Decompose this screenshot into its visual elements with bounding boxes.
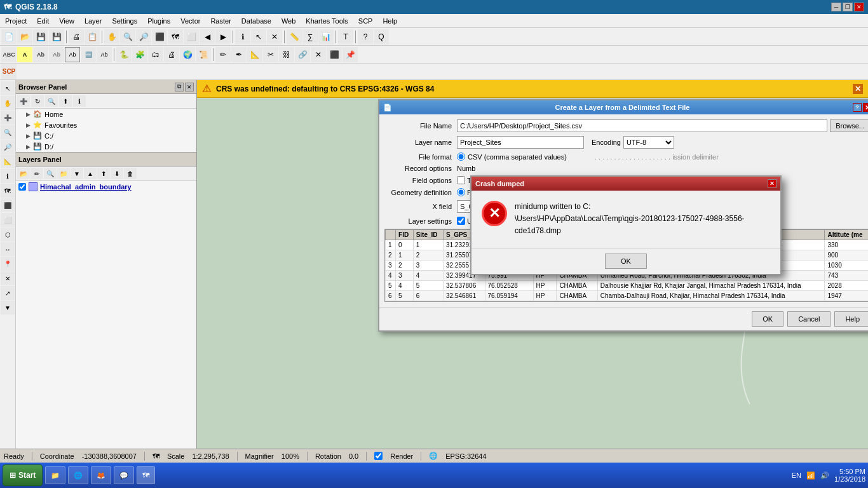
digitize-8[interactable]: ⬛ bbox=[327, 47, 342, 62]
lv-tool-16[interactable]: ▼ bbox=[1, 301, 15, 315]
menu-database[interactable]: Database bbox=[236, 14, 276, 27]
lv-tool-4[interactable]: 🔍 bbox=[1, 125, 15, 139]
menu-help[interactable]: Help bbox=[377, 14, 402, 27]
digitize-5[interactable]: ⛓ bbox=[279, 47, 294, 62]
label-tool-5[interactable]: Ab bbox=[65, 47, 80, 62]
layer-item-himachal[interactable]: Himachal_admin_boundary bbox=[16, 181, 196, 193]
lv-tool-13[interactable]: 📍 bbox=[1, 257, 15, 271]
browser-panel-float[interactable]: ⧉ bbox=[175, 83, 184, 92]
spatial-index-checkbox[interactable] bbox=[457, 217, 465, 225]
digitize-6[interactable]: 🔗 bbox=[295, 47, 310, 62]
crash-ok-button[interactable]: OK bbox=[605, 254, 647, 269]
digitize-2[interactable]: ✒ bbox=[231, 47, 247, 62]
create-layer-help-button[interactable]: Help bbox=[834, 311, 868, 327]
taskbar-skype[interactable]: 💬 bbox=[114, 466, 134, 484]
label-tool-6[interactable]: 🔤 bbox=[81, 47, 96, 62]
digitize-7[interactable]: ✕ bbox=[311, 47, 326, 62]
lv-tool-10[interactable]: ⬜ bbox=[1, 213, 15, 227]
browser-collapse-btn[interactable]: ⬆ bbox=[59, 95, 72, 107]
save-project-button[interactable]: 💾 bbox=[33, 29, 48, 44]
taskbar-explorer[interactable]: 📁 bbox=[45, 466, 65, 484]
create-layer-cancel-button[interactable]: Cancel bbox=[787, 311, 831, 327]
browse-button[interactable]: Browse... bbox=[830, 119, 868, 132]
lv-tool-9[interactable]: ⬛ bbox=[1, 198, 15, 212]
crash-dialog-close[interactable]: ✕ bbox=[768, 179, 776, 188]
measure-button[interactable]: 📏 bbox=[287, 29, 302, 44]
layer-name-input[interactable] bbox=[457, 136, 584, 149]
statistics-button[interactable]: 📊 bbox=[318, 29, 334, 44]
help-button[interactable]: ? bbox=[358, 29, 373, 44]
browser-item-d[interactable]: ▶ 💾 D:/ bbox=[16, 141, 196, 152]
digitize-3[interactable]: 📐 bbox=[247, 47, 262, 62]
digitize-4[interactable]: ✂ bbox=[263, 47, 278, 62]
plugin-button[interactable]: 🧩 bbox=[132, 47, 147, 62]
taskbar-qgis[interactable]: 🗺 bbox=[137, 466, 155, 484]
label-tool-3[interactable]: Ab bbox=[33, 47, 48, 62]
crs-close-button[interactable]: ✕ bbox=[853, 84, 863, 94]
lv-tool-1[interactable]: ↖ bbox=[1, 81, 15, 95]
taskbar-chrome[interactable]: 🌐 bbox=[68, 466, 88, 484]
zoom-layer-button[interactable]: 🗺 bbox=[168, 29, 183, 44]
lv-tool-3[interactable]: ➕ bbox=[1, 111, 15, 125]
start-button[interactable]: ⊞ Start bbox=[3, 464, 43, 486]
browser-item-c[interactable]: ▶ 💾 C:/ bbox=[16, 130, 196, 141]
map-area[interactable]: ⚠ CRS was undefined: defaulting to CRS E… bbox=[197, 80, 868, 449]
browser-item-home[interactable]: ▶ 🏠 Home bbox=[16, 109, 196, 119]
menu-raster[interactable]: Raster bbox=[205, 14, 236, 27]
zoom-next-button[interactable]: ▶ bbox=[215, 29, 231, 44]
browser-panel-close[interactable]: ✕ bbox=[185, 83, 194, 92]
script-button[interactable]: 📜 bbox=[196, 47, 211, 62]
label-button[interactable]: T bbox=[338, 29, 353, 44]
csv-radio[interactable] bbox=[457, 152, 465, 161]
lv-tool-6[interactable]: 📐 bbox=[1, 154, 15, 168]
zoom-last-button[interactable]: ◀ bbox=[200, 29, 215, 44]
lv-tool-5[interactable]: 🔎 bbox=[1, 140, 15, 154]
zoom-full-button[interactable]: ⬛ bbox=[152, 29, 167, 44]
layers-filter-btn[interactable]: 🔍 bbox=[44, 168, 57, 179]
browser2-button[interactable]: 🗂 bbox=[148, 47, 163, 62]
browser-filter-btn[interactable]: 🔍 bbox=[45, 95, 58, 107]
pan-button[interactable]: ✋ bbox=[104, 29, 119, 44]
label-tool-2[interactable]: A bbox=[17, 47, 32, 62]
menu-layer[interactable]: Layer bbox=[79, 14, 107, 27]
browser-refresh-btn[interactable]: ↻ bbox=[31, 95, 44, 107]
lv-tool-8[interactable]: 🗺 bbox=[1, 184, 15, 198]
new-project-button[interactable]: 📄 bbox=[1, 29, 17, 44]
calculator-button[interactable]: ∑ bbox=[302, 29, 318, 44]
menu-project[interactable]: Project bbox=[0, 14, 32, 27]
python-button[interactable]: 🐍 bbox=[116, 47, 132, 62]
layers-open-btn[interactable]: 📂 bbox=[17, 168, 30, 179]
browser-properties-btn[interactable]: ℹ bbox=[73, 95, 86, 107]
layers-down-btn[interactable]: ⬇ bbox=[111, 168, 123, 179]
dialog-help-btn[interactable]: ? bbox=[853, 103, 862, 112]
label-tool-4[interactable]: Ab bbox=[49, 47, 64, 62]
menu-edit[interactable]: Edit bbox=[32, 14, 54, 27]
file-name-input[interactable] bbox=[457, 119, 827, 132]
deselect-button[interactable]: ✕ bbox=[267, 29, 282, 44]
lv-tool-14[interactable]: ✕ bbox=[1, 271, 15, 285]
print-button[interactable]: 🖨 bbox=[69, 29, 84, 44]
lv-tool-12[interactable]: ↔ bbox=[1, 242, 15, 256]
lv-tool-2[interactable]: ✋ bbox=[1, 96, 15, 110]
layers-edit-btn[interactable]: ✏ bbox=[31, 168, 43, 179]
lv-tool-7[interactable]: ℹ bbox=[1, 169, 15, 183]
compose-button[interactable]: 📋 bbox=[85, 29, 100, 44]
create-layer-ok-button[interactable]: OK bbox=[752, 311, 783, 327]
layers-collapse-btn[interactable]: ▲ bbox=[84, 168, 97, 179]
menu-plugins[interactable]: Plugins bbox=[142, 14, 175, 27]
label-tool-1[interactable]: ABC bbox=[1, 47, 17, 62]
lv-tool-15[interactable]: ↗ bbox=[1, 286, 15, 300]
label-tool-7[interactable]: Ab bbox=[97, 47, 112, 62]
scp-tool[interactable]: SCP bbox=[1, 64, 17, 79]
digitize-9[interactable]: 📌 bbox=[342, 47, 358, 62]
encoding-select[interactable]: UTF-8Latin-1UTF-16 bbox=[623, 136, 674, 149]
qgis-button[interactable]: Q bbox=[374, 29, 389, 44]
select-button[interactable]: ↖ bbox=[251, 29, 266, 44]
save-as-button[interactable]: 💾 bbox=[49, 29, 64, 44]
render-checkbox[interactable] bbox=[374, 452, 383, 460]
digitize-1[interactable]: ✏ bbox=[215, 47, 231, 62]
taskbar-firefox[interactable]: 🦊 bbox=[91, 466, 111, 484]
menu-web[interactable]: Web bbox=[276, 14, 301, 27]
layers-up-btn[interactable]: ⬆ bbox=[97, 168, 110, 179]
menu-khartes[interactable]: Khartes Tools bbox=[301, 14, 353, 27]
